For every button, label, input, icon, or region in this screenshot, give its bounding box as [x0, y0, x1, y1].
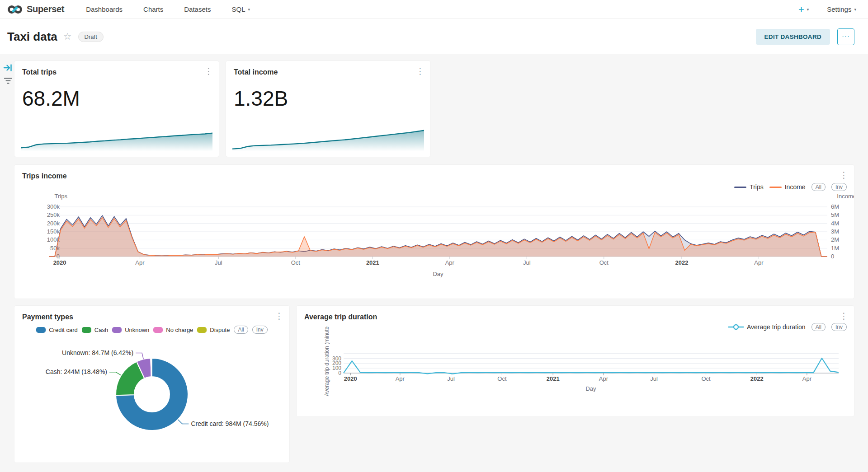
x-tick-label: 2020: [344, 375, 357, 382]
favorite-star-icon[interactable]: ☆: [63, 31, 72, 42]
kebab-menu-icon[interactable]: ⋮: [840, 312, 848, 320]
legend-all-button[interactable]: All: [811, 183, 826, 191]
legend-all-button[interactable]: All: [811, 323, 826, 331]
x-tick-label: Apr: [135, 259, 145, 266]
panel-total-income: Total income ⋮ 1.32B: [226, 61, 430, 157]
legend-item-average-trip-duration[interactable]: Average trip duration: [728, 323, 806, 331]
legend-item-cash[interactable]: Cash: [82, 327, 108, 333]
x-tick-label: Apr: [396, 375, 405, 382]
big-number-value: 68.2M: [22, 86, 80, 111]
nav-item-sql[interactable]: SQL▾: [231, 5, 250, 13]
legend-label: Trips: [750, 183, 764, 191]
legend-label: Income: [785, 183, 806, 191]
main-nav: DashboardsChartsDatasetsSQL▾: [86, 5, 250, 13]
y-right-tick-label: 6M: [831, 203, 839, 210]
legend-inv-button[interactable]: Inv: [252, 326, 268, 334]
chart-title: Trips income: [22, 172, 67, 180]
legend-label: Average trip duration: [747, 323, 806, 331]
caret-down-icon: ▾: [854, 7, 856, 12]
page-title: Taxi data: [7, 30, 57, 44]
legend-item-income[interactable]: Income: [769, 183, 806, 191]
settings-label: Settings: [827, 5, 851, 13]
x-tick-label: Oct: [701, 375, 711, 382]
y-right-tick-label: 1M: [831, 245, 839, 252]
legend-inv-button[interactable]: Inv: [831, 323, 847, 331]
big-number-value: 1.32B: [234, 86, 288, 111]
kebab-menu-icon[interactable]: ⋮: [275, 312, 283, 320]
x-tick-label: Jul: [650, 375, 658, 382]
kebab-menu-icon[interactable]: ⋮: [204, 67, 213, 75]
kebab-menu-icon[interactable]: ⋮: [840, 171, 848, 179]
nav-item-datasets[interactable]: Datasets: [184, 5, 211, 13]
new-item-button[interactable]: + ▾: [798, 5, 809, 14]
x-tick-label: 2021: [547, 375, 560, 382]
kebab-menu-icon[interactable]: ⋮: [416, 67, 425, 75]
chart-title: Payment types: [22, 313, 73, 321]
app-header: Superset DashboardsChartsDatasetsSQL▾ + …: [0, 0, 868, 19]
y-left-axis-title: Trips: [55, 193, 68, 200]
x-tick-label: Apr: [599, 375, 609, 382]
donut-callout-label: Unknown: 84.7M (6.42%): [62, 349, 133, 356]
nav-item-charts[interactable]: Charts: [143, 5, 163, 13]
x-tick-label: 2020: [53, 259, 66, 266]
panel-trips-income: Trips income ⋮ Trips Income All Inv 300k…: [14, 165, 854, 299]
donut-callout-label: Cash: 244M (18.48%): [46, 368, 107, 375]
chart-legend: Credit cardCashUnknownNo chargeDisputeAl…: [14, 326, 289, 334]
x-tick-label: Oct: [291, 259, 301, 266]
y-right-tick-label: 5M: [831, 211, 839, 218]
caret-down-icon: ▾: [807, 7, 809, 12]
payment-types-donut-chart[interactable]: Credit card: 984M (74.56%)Cash: 244M (18…: [14, 342, 289, 455]
x-tick-label: Oct: [599, 259, 609, 266]
donut-callout-label: Credit card: 984M (74.56%): [191, 420, 269, 427]
legend-all-button[interactable]: All: [234, 326, 248, 334]
expand-filter-bar-icon[interactable]: [3, 63, 13, 73]
legend-label: Dispute: [210, 327, 230, 333]
x-tick-label: Oct: [497, 375, 507, 382]
caret-down-icon: ▾: [248, 7, 250, 12]
x-tick-label: Apr: [445, 259, 455, 266]
panel-payment-types: Payment types ⋮ Credit cardCashUnknownNo…: [14, 306, 289, 463]
donut-slice-dispute[interactable]: [151, 358, 152, 377]
legend-item-dispute[interactable]: Dispute: [197, 327, 230, 333]
trendline-chart[interactable]: [21, 126, 212, 151]
legend-item-unknown[interactable]: Unknown: [112, 327, 149, 333]
dashboard-title-bar: Taxi data ☆ Draft EDIT DASHBOARD ···: [0, 19, 868, 54]
x-tick-label: 2022: [750, 375, 764, 382]
legend-line-swatch: [769, 187, 782, 188]
chart-legend: Trips Income All Inv: [734, 183, 847, 191]
nav-label: Datasets: [184, 5, 211, 13]
legend-inv-button[interactable]: Inv: [831, 183, 847, 191]
trendline-chart[interactable]: [232, 126, 424, 151]
x-tick-label: 2021: [366, 259, 379, 266]
legend-label: Cash: [94, 327, 108, 333]
x-tick-label: Apr: [802, 375, 812, 382]
nav-item-dashboards[interactable]: Dashboards: [86, 5, 123, 13]
legend-swatch: [82, 327, 91, 333]
legend-swatch: [112, 327, 122, 333]
chart-legend: Average trip duration All Inv: [728, 323, 847, 331]
legend-item-no-charge[interactable]: No charge: [153, 327, 193, 333]
average-trip-duration-chart[interactable]: 01002003002020AprJulOct2021AprJulOct2022…: [297, 344, 854, 414]
trips-income-chart[interactable]: 300k6M250k5M200k4M150k3M100k2M50k1M00Tri…: [14, 191, 854, 286]
legend-label: No charge: [166, 327, 193, 333]
filter-icon[interactable]: [4, 77, 13, 85]
plus-icon: +: [798, 5, 804, 14]
chart-title: Average trip duration: [304, 313, 377, 321]
status-badge: Draft: [78, 32, 104, 42]
y-right-tick-label: 3M: [831, 228, 839, 235]
legend-item-trips[interactable]: Trips: [734, 183, 764, 191]
more-actions-button[interactable]: ···: [837, 28, 854, 45]
chart-title: Total income: [234, 68, 278, 76]
legend-item-credit-card[interactable]: Credit card: [36, 327, 78, 333]
x-tick-label: Jul: [215, 259, 222, 266]
edit-dashboard-button[interactable]: EDIT DASHBOARD: [756, 29, 830, 45]
settings-menu[interactable]: Settings ▾: [827, 5, 856, 13]
y-left-tick-label: 200k: [47, 220, 60, 227]
y-tick-label: 300: [332, 355, 341, 362]
legend-line-marker-icon: [728, 324, 744, 330]
legend-line-swatch: [734, 187, 746, 188]
x-axis-title: Day: [433, 271, 443, 277]
y-right-tick-label: 2M: [831, 236, 839, 243]
superset-logo[interactable]: Superset: [7, 4, 64, 14]
legend-swatch: [197, 327, 207, 333]
